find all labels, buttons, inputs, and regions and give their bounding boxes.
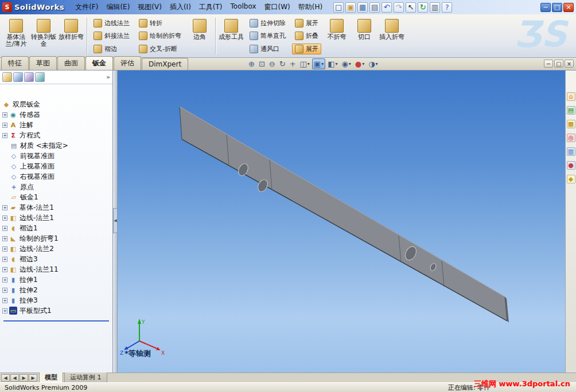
view-palette-icon[interactable]: ▥ xyxy=(567,147,575,156)
tab-scroll-last-button[interactable]: ▶ xyxy=(29,374,37,382)
expander-icon[interactable]: + xyxy=(2,133,7,138)
menu-item[interactable]: 文件(F) xyxy=(71,1,102,14)
doc-restore-button[interactable]: □ xyxy=(554,60,563,68)
fold-button[interactable]: 折叠 xyxy=(292,30,321,41)
expander-icon[interactable]: + xyxy=(2,205,7,210)
unfold-button[interactable]: 展开 xyxy=(292,18,321,29)
tab-dimxpert[interactable]: DimXpert xyxy=(142,58,188,70)
featuremanager-tab[interactable] xyxy=(2,72,12,82)
expander-icon[interactable]: + xyxy=(2,277,7,283)
tree-item[interactable]: ▤材质 <未指定> xyxy=(2,140,112,151)
splitter-collapse-handle[interactable]: ◀ xyxy=(113,208,118,233)
doc-minimize-button[interactable]: − xyxy=(544,60,553,68)
cross-break-button[interactable]: 交叉-折断 xyxy=(136,44,184,54)
section-view-button[interactable]: ◫▾ xyxy=(298,58,312,69)
insert-bends-button[interactable]: 插入折弯 xyxy=(378,16,406,56)
custom-properties-icon[interactable]: ◆ xyxy=(567,175,575,183)
expander-icon[interactable]: + xyxy=(2,308,7,313)
rip-button[interactable]: 切口 xyxy=(351,16,378,56)
motion-study-tab[interactable]: 运动算例 1 xyxy=(64,373,107,383)
file-explorer-icon[interactable]: ▦ xyxy=(567,120,575,128)
pan-button[interactable]: + xyxy=(288,58,298,69)
menu-item[interactable]: 窗口(W) xyxy=(260,1,294,14)
expander-icon[interactable]: + xyxy=(2,267,7,272)
close-button[interactable]: × xyxy=(563,3,574,12)
tree-item[interactable]: +◖褶边1 xyxy=(2,223,112,233)
tree-item[interactable]: +▮拉伸3 xyxy=(2,295,112,305)
display-style-button[interactable]: ◧▾ xyxy=(326,58,339,69)
menu-item[interactable]: 帮助(H) xyxy=(294,1,326,14)
rollback-bar[interactable] xyxy=(3,320,109,322)
tree-item[interactable]: ◇右视基准面 xyxy=(2,171,112,182)
tree-item[interactable]: +▰基体-法兰1 xyxy=(2,202,112,213)
no-bends-button[interactable]: 不折弯 xyxy=(323,16,351,56)
zoom-in-out-button[interactable]: ⊖ xyxy=(267,58,277,69)
expander-icon[interactable]: + xyxy=(2,215,7,221)
expander-icon[interactable]: + xyxy=(2,226,7,231)
scene-button[interactable]: ◑▾ xyxy=(367,58,379,69)
extruded-cut-button[interactable]: 拉伸切除 xyxy=(247,18,289,29)
minimize-button[interactable]: − xyxy=(540,3,551,12)
tree-item[interactable]: +Σ方程式 xyxy=(2,130,112,140)
maximize-button[interactable]: □ xyxy=(552,3,562,12)
tab-sketch[interactable]: 草图 xyxy=(29,56,57,70)
jog-button[interactable]: 转折 xyxy=(136,18,184,29)
simple-hole-button[interactable]: 简单直孔 xyxy=(247,30,289,41)
hem-button[interactable]: 褶边 xyxy=(91,44,133,54)
edge-flange-button[interactable]: 边线法兰 xyxy=(91,18,133,29)
appearances-button[interactable]: ●▾ xyxy=(353,58,366,69)
expander-icon[interactable]: + xyxy=(2,257,7,262)
menu-item[interactable]: 视图(V) xyxy=(134,1,166,14)
propertymanager-tab[interactable] xyxy=(13,72,23,82)
design-library-icon[interactable]: ▤ xyxy=(567,106,575,115)
tree-item[interactable]: ◆双层钣金 xyxy=(2,99,112,109)
expander-icon[interactable]: + xyxy=(2,246,7,252)
flatten-button[interactable]: 展开 xyxy=(292,44,321,54)
redo-icon[interactable]: ↷ xyxy=(394,2,404,13)
expander-icon[interactable]: + xyxy=(2,112,7,117)
solidworks-resources-icon[interactable]: ⌂ xyxy=(567,92,575,101)
tree-item[interactable]: +▮拉伸2 xyxy=(2,285,112,295)
undo-icon[interactable]: ↶ xyxy=(382,2,392,13)
zoom-to-area-button[interactable]: ⊡ xyxy=(257,58,267,69)
vent-button[interactable]: 通风口 xyxy=(247,44,289,54)
menu-item[interactable]: 工具(T) xyxy=(195,1,227,14)
tree-item[interactable]: +原点 xyxy=(2,182,112,192)
convert-to-sheet-metal-button[interactable]: 转换到钣金 xyxy=(30,16,57,56)
tree-item[interactable]: +▮拉伸1 xyxy=(2,275,112,285)
lofted-bend-button[interactable]: 放样折弯 xyxy=(57,16,85,56)
tree-item[interactable]: +◧边线-法兰1 xyxy=(2,213,112,223)
tree-item[interactable]: ◇上视基准面 xyxy=(2,161,112,171)
model-tab[interactable]: 模型 xyxy=(39,373,63,383)
tab-features[interactable]: 特征 xyxy=(1,56,29,70)
view-orientation-button[interactable]: ▣▾ xyxy=(312,58,325,69)
panel-overflow-chevron[interactable]: » xyxy=(106,73,110,81)
tab-scroll-next-button[interactable]: ▶ xyxy=(20,374,28,382)
save-icon[interactable]: ▦ xyxy=(357,2,368,13)
tree-item[interactable]: +◣绘制的折弯1 xyxy=(2,233,112,244)
tree-item[interactable]: +◖褶边3 xyxy=(2,254,112,264)
expander-icon[interactable]: + xyxy=(2,298,7,303)
tree-item[interactable]: ◇前视基准面 xyxy=(2,151,112,161)
file-properties-icon[interactable]: ▥ xyxy=(430,2,440,13)
tab-scroll-first-button[interactable]: ◀ xyxy=(1,374,10,382)
zoom-to-fit-button[interactable]: ⊕ xyxy=(247,58,256,69)
tree-item[interactable]: +▭平板型式1 xyxy=(2,305,112,316)
open-icon[interactable]: ▣ xyxy=(345,2,356,13)
corner-button[interactable]: 边角 xyxy=(186,16,213,56)
rotate-view-button[interactable]: ↻ xyxy=(278,58,287,69)
appearances-scenes-icon[interactable]: ● xyxy=(567,161,575,170)
menu-item[interactable]: 编辑(E) xyxy=(102,1,134,14)
doc-close-button[interactable]: × xyxy=(565,60,574,68)
hide-show-items-button[interactable]: ◉▾ xyxy=(340,58,352,69)
help-icon[interactable]: ? xyxy=(442,2,452,13)
tree-item[interactable]: +A注解 xyxy=(2,120,112,130)
tab-evaluate[interactable]: 评估 xyxy=(114,56,141,70)
expander-icon[interactable]: + xyxy=(2,123,7,128)
menu-item[interactable]: Toolbox xyxy=(227,1,260,14)
configurationmanager-tab[interactable] xyxy=(24,72,34,82)
sketched-bend-button[interactable]: 绘制的折弯 xyxy=(136,30,184,41)
menu-item[interactable]: 插入(I) xyxy=(166,1,195,14)
tab-scroll-previous-button[interactable]: ◀ xyxy=(10,374,19,382)
base-flange-button[interactable]: 基体法兰/薄片 xyxy=(2,16,30,56)
